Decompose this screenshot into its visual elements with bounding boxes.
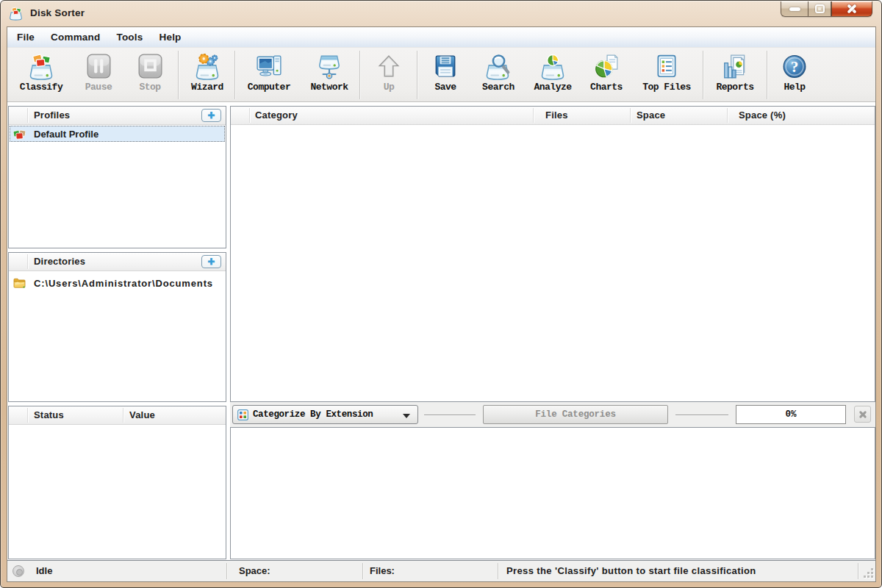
file-categories-button[interactable]: File Categories (483, 405, 668, 424)
toolbar-wizard-button[interactable]: Wizard (182, 54, 233, 99)
add-profile-button[interactable]: + (201, 109, 221, 122)
close-button[interactable] (831, 1, 872, 17)
toolbar-save-button[interactable]: Save (423, 54, 467, 99)
window-title: Disk Sorter (30, 7, 85, 18)
search-icon (485, 54, 512, 80)
reports-icon (722, 54, 748, 80)
profiles-panel-title: Profiles (34, 110, 70, 121)
status-column-header: Status (34, 409, 64, 420)
toolbar-pause-button[interactable]: Pause (73, 54, 124, 99)
toolbar-top-files-button[interactable]: Top Files (637, 54, 696, 99)
progress-indicator: 0% (736, 405, 846, 424)
status-panel: Status Value (8, 406, 226, 559)
minimize-icon (789, 7, 800, 11)
pause-icon (85, 54, 112, 80)
space-pct-column-header: Space (%) (739, 110, 786, 121)
categorize-mode-select[interactable]: Categorize By Extension (232, 405, 418, 424)
toolbar-up-button[interactable]: Up (367, 54, 411, 99)
toolbar: Classify Pause Stop (7, 48, 875, 102)
network-icon (316, 54, 343, 80)
categorize-mode-value: Categorize By Extension (253, 409, 373, 420)
toolbar-classify-button[interactable]: Classify (15, 54, 67, 99)
toolbar-analyze-button[interactable]: Analyze (526, 54, 580, 99)
wizard-icon (194, 54, 220, 80)
status-panel-header: Status Value (9, 406, 226, 425)
statusbar-divider (362, 563, 363, 579)
svg-text:?: ? (791, 58, 799, 76)
top-files-icon (653, 54, 680, 80)
value-column-header: Value (129, 409, 155, 420)
menu-command[interactable]: Command (43, 32, 108, 43)
header-divider (123, 408, 123, 423)
statusbar-state: Idle (36, 565, 52, 576)
directory-list-item[interactable]: C:\Users\Administrator\Documents (10, 275, 225, 291)
separator-line (675, 415, 728, 415)
statusbar-space-label: Space: (239, 565, 270, 576)
header-divider (249, 108, 250, 123)
cancel-progress-button[interactable] (854, 406, 871, 423)
profiles-panel: Profiles + Default Profile (8, 106, 226, 248)
header-divider (27, 108, 28, 123)
directory-item-label: C:\Users\Administrator\Documents (34, 278, 213, 289)
titlebar[interactable]: Disk Sorter (1, 1, 882, 27)
toolbar-network-button[interactable]: Network (304, 54, 355, 99)
header-divider (27, 254, 28, 269)
header-divider (727, 108, 728, 123)
toolbar-stop-button[interactable]: Stop (124, 54, 176, 99)
directories-panel: Directories + C:\Users\Administrator\Doc… (8, 252, 226, 402)
toolbar-separator (703, 51, 703, 99)
toolbar-search-button[interactable]: Search (473, 54, 524, 99)
save-icon (432, 54, 459, 80)
toolbar-separator (417, 51, 417, 99)
space-column-header: Space (637, 110, 665, 121)
up-icon (376, 54, 402, 80)
analyze-icon (539, 54, 566, 80)
close-icon (832, 1, 872, 16)
toolbar-reports-button[interactable]: Reports (709, 54, 761, 99)
file-categories-panel (230, 427, 875, 559)
category-table-panel: Category Files Space Space (%) (230, 106, 875, 402)
toolbar-separator (234, 51, 235, 99)
menu-file[interactable]: File (9, 32, 43, 43)
header-divider (533, 108, 534, 123)
help-icon: ? (781, 54, 808, 80)
statusbar: Idle Space: Files: Press the 'Classify' … (7, 560, 875, 581)
toolbar-separator (767, 51, 767, 99)
statusbar-files-label: Files: (370, 565, 395, 576)
add-directory-button[interactable]: + (201, 255, 221, 268)
toolbar-separator (359, 51, 360, 99)
resize-grip[interactable] (862, 568, 873, 579)
computer-icon (256, 54, 282, 80)
categorize-mode-icon (237, 409, 248, 420)
toolbar-help-button[interactable]: ? Help (772, 54, 817, 99)
statusbar-divider (858, 563, 858, 579)
directories-panel-header: Directories + (9, 253, 226, 271)
folder-icon (13, 277, 26, 289)
category-column-header: Category (255, 110, 298, 121)
header-divider (630, 108, 631, 123)
maximize-icon (815, 4, 825, 13)
charts-icon (593, 54, 620, 80)
chevron-down-icon (403, 414, 410, 418)
separator-line (424, 415, 476, 415)
statusbar-message: Press the 'Classify' button to start fil… (506, 565, 756, 576)
app-icon (9, 7, 23, 21)
profile-list-item[interactable]: Default Profile (10, 126, 225, 142)
classification-controls: Categorize By Extension File Categories … (230, 402, 875, 427)
status-led-icon (12, 565, 24, 577)
category-table-header: Category Files Space Space (%) (231, 107, 875, 125)
files-column-header: Files (545, 110, 568, 121)
menu-help[interactable]: Help (151, 32, 189, 43)
menubar: File Command Tools Help (7, 27, 875, 48)
maximize-button[interactable] (808, 1, 831, 17)
menu-tools[interactable]: Tools (108, 32, 151, 43)
toolbar-charts-button[interactable]: Charts (581, 54, 631, 99)
classify-icon (28, 54, 54, 80)
statusbar-divider (226, 563, 227, 579)
toolbar-separator (178, 51, 179, 99)
minimize-button[interactable] (781, 1, 808, 17)
profile-icon (13, 128, 26, 140)
header-divider (27, 408, 28, 423)
stop-icon (137, 54, 163, 80)
toolbar-computer-button[interactable]: Computer (240, 54, 298, 99)
